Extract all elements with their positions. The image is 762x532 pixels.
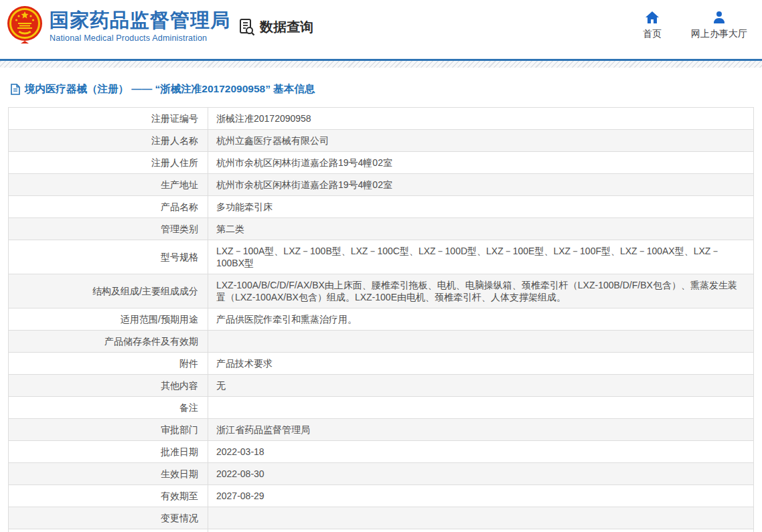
row-label: 生产地址 (9, 174, 208, 196)
top-nav: 首页 网上办事大厅 (643, 11, 747, 40)
table-row: 批准日期2022-03-18 (9, 441, 754, 463)
org-title-block: 国家药品监督管理局 National Medical Products Admi… (50, 9, 230, 43)
page-title: 境内医疗器械（注册） —— “浙械注准20172090958” 基本信息 (25, 82, 315, 96)
row-label: 适用范围/预期用途 (9, 308, 208, 331)
row-value: 2022-08-30 (208, 463, 754, 485)
row-value: 2027-08-29 (208, 485, 754, 507)
row-label: 注册人名称 (9, 130, 208, 152)
nav-home-label: 首页 (643, 28, 662, 40)
row-value: 详情 (208, 529, 754, 532)
row-value: 杭州市余杭区闲林街道嘉企路19号4幢02室 (208, 174, 754, 196)
row-label: 审批部门 (9, 419, 208, 441)
row-label: 产品储存条件及有效期 (9, 331, 208, 353)
table-row: 产品名称多功能牵引床 (9, 196, 754, 218)
table-row: 变更情况 (9, 507, 754, 529)
info-table-body: 注册证编号浙械注准20172090958注册人名称杭州立鑫医疗器械有限公司注册人… (9, 108, 754, 532)
table-row: 适用范围/预期用途产品供医院作牵引和熏蒸治疗用。 (9, 308, 754, 331)
registration-info-table: 注册证编号浙械注准20172090958注册人名称杭州立鑫医疗器械有限公司注册人… (8, 107, 754, 532)
row-label: 批准日期 (9, 441, 208, 463)
table-row: 附件产品技术要求 (9, 353, 754, 375)
nav-hall-label: 网上办事大厅 (691, 28, 747, 40)
data-query-tab[interactable]: 数据查询 (238, 18, 313, 36)
page-title-row: 境内医疗器械（注册） —— “浙械注准20172090958” 基本信息 (11, 82, 762, 96)
row-value (208, 507, 754, 529)
table-row: 结构及组成/主要组成成分LXZ-100A/B/C/D/F/AX/BX由上床面、腰… (9, 274, 754, 308)
national-emblem-icon (5, 5, 44, 44)
person-icon (712, 11, 727, 24)
table-row: 注详情 (9, 529, 754, 532)
row-label: 有效期至 (9, 485, 208, 507)
org-name-zh: 国家药品监督管理局 (50, 9, 230, 31)
national-emblem-logo[interactable] (5, 5, 44, 44)
row-label: 型号规格 (9, 240, 208, 274)
table-row: 生效日期2022-08-30 (9, 463, 754, 485)
row-value: LXZ-100A/B/C/D/F/AX/BX由上床面、腰椎牵引拖板、电机、电脑操… (208, 274, 754, 308)
table-row: 注册证编号浙械注准20172090958 (9, 108, 754, 130)
document-icon (11, 84, 20, 95)
home-icon (645, 11, 660, 24)
site-header: 国家药品监督管理局 National Medical Products Admi… (0, 0, 762, 59)
row-value: 产品技术要求 (208, 353, 754, 375)
table-row: 注册人住所杭州市余杭区闲林街道嘉企路19号4幢02室 (9, 152, 754, 174)
table-row: 型号规格LXZ－100A型、LXZ－100B型、LXZ－100C型、LXZ－10… (9, 240, 754, 274)
row-label: 生效日期 (9, 463, 208, 485)
table-row: 生产地址杭州市余杭区闲林街道嘉企路19号4幢02室 (9, 174, 754, 196)
separator-hatch-band (0, 61, 762, 68)
nav-item-home[interactable]: 首页 (643, 11, 662, 40)
row-value (208, 331, 754, 353)
row-label: 注册证编号 (9, 108, 208, 130)
row-value: 第二类 (208, 218, 754, 240)
data-query-icon (238, 18, 256, 36)
row-value (208, 397, 754, 419)
table-row: 备注 (9, 397, 754, 419)
row-value: 2022-03-18 (208, 441, 754, 463)
row-label: 附件 (9, 353, 208, 375)
row-label: 备注 (9, 397, 208, 419)
row-label: 结构及组成/主要组成成分 (9, 274, 208, 308)
nav-item-service-hall[interactable]: 网上办事大厅 (691, 11, 747, 40)
table-row: 有效期至2027-08-29 (9, 485, 754, 507)
row-value: 杭州立鑫医疗器械有限公司 (208, 130, 754, 152)
table-row: 其他内容无 (9, 375, 754, 397)
table-row: 管理类别第二类 (9, 218, 754, 240)
row-label: 注册人住所 (9, 152, 208, 174)
table-row: 注册人名称杭州立鑫医疗器械有限公司 (9, 130, 754, 152)
table-row: 审批部门浙江省药品监督管理局 (9, 419, 754, 441)
data-query-label: 数据查询 (260, 18, 313, 36)
row-value: 杭州市余杭区闲林街道嘉企路19号4幢02室 (208, 152, 754, 174)
row-label: 变更情况 (9, 507, 208, 529)
row-label: 管理类别 (9, 218, 208, 240)
org-name-en: National Medical Products Administration (50, 33, 230, 43)
row-value: LXZ－100A型、LXZ－100B型、LXZ－100C型、LXZ－100D型、… (208, 240, 754, 274)
table-row: 产品储存条件及有效期 (9, 331, 754, 353)
row-label: 产品名称 (9, 196, 208, 218)
row-label: 注 (9, 529, 208, 532)
row-value: 无 (208, 375, 754, 397)
row-value: 浙械注准20172090958 (208, 108, 754, 130)
row-value: 浙江省药品监督管理局 (208, 419, 754, 441)
row-value: 多功能牵引床 (208, 196, 754, 218)
row-label: 其他内容 (9, 375, 208, 397)
row-value: 产品供医院作牵引和熏蒸治疗用。 (208, 308, 754, 331)
